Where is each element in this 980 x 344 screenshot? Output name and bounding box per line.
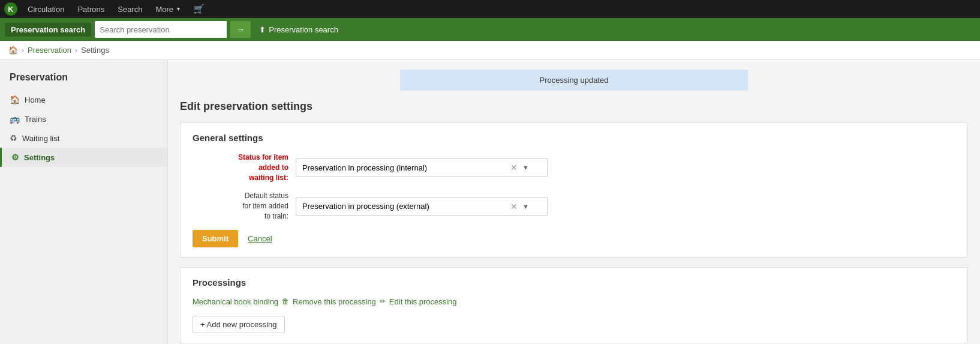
sidebar-title: Preservation xyxy=(0,68,167,90)
svg-text:K: K xyxy=(8,5,14,14)
cancel-button[interactable]: Cancel xyxy=(243,230,276,247)
status-waiting-select[interactable]: Preservation in processing (internal) ✕ … xyxy=(296,158,548,177)
edit-processing-link[interactable]: Edit this processing xyxy=(389,297,457,306)
status-train-select[interactable]: Preservation in processing (external) ✕ … xyxy=(296,198,548,216)
status-train-row: Default statusfor item addedto train: Pr… xyxy=(193,191,955,221)
alert-banner: Processing updated xyxy=(400,70,748,91)
status-waiting-arrow-icon[interactable]: ▼ xyxy=(520,164,529,171)
search-bar-label: Preservation search xyxy=(5,23,91,37)
breadcrumb-settings: Settings xyxy=(81,46,109,55)
sidebar-item-waiting-list[interactable]: ♻ Waiting list xyxy=(0,128,167,148)
search-submit-button[interactable]: → xyxy=(230,21,251,38)
breadcrumb: 🏠 › Preservation › Settings xyxy=(0,41,980,60)
add-processing-button[interactable]: + Add new processing xyxy=(193,316,285,333)
nav-search[interactable]: Search xyxy=(112,2,148,16)
status-waiting-row: Status for itemadded towaiting list: Pre… xyxy=(193,152,955,183)
waiting-list-icon: ♻ xyxy=(10,133,17,143)
sidebar-item-home[interactable]: 🏠 Home xyxy=(0,90,167,109)
trains-icon: 🚌 xyxy=(10,114,20,124)
upload-icon: ⬆ xyxy=(259,25,266,34)
general-settings-section: General settings Status for itemadded to… xyxy=(180,122,968,258)
top-nav: K Circulation Patrons Search More ▼ 🛒 xyxy=(0,0,980,18)
processings-section: Processings Mechanical book binding 🗑 Re… xyxy=(180,267,968,343)
breadcrumb-preservation[interactable]: Preservation xyxy=(28,46,71,55)
status-train-select-wrapper: Preservation in processing (external) ✕ … xyxy=(296,198,548,216)
nav-more[interactable]: More ▼ xyxy=(149,2,187,16)
nav-patrons[interactable]: Patrons xyxy=(71,2,110,16)
status-waiting-clear-icon[interactable]: ✕ xyxy=(508,163,520,172)
status-train-label: Default statusfor item addedto train: xyxy=(193,191,288,221)
breadcrumb-sep-2: › xyxy=(75,46,77,55)
page-title: Edit preservation settings xyxy=(180,100,968,113)
processings-title: Processings xyxy=(193,277,955,288)
breadcrumb-sep-1: › xyxy=(22,46,24,55)
sidebar: Preservation 🏠 Home 🚌 Trains ♻ Waiting l… xyxy=(0,60,168,344)
trash-icon: 🗑 xyxy=(282,297,289,306)
home-icon: 🏠 xyxy=(10,95,20,104)
main-content: Processing updated Edit preservation set… xyxy=(168,60,980,344)
general-settings-title: General settings xyxy=(193,133,955,143)
submit-button[interactable]: Submit xyxy=(193,230,238,247)
home-icon[interactable]: 🏠 xyxy=(8,46,18,55)
preservation-search-link[interactable]: ⬆ Preservation search xyxy=(254,23,343,37)
processing-name-0: Mechanical book binding xyxy=(193,297,278,306)
status-train-arrow-icon[interactable]: ▼ xyxy=(520,203,529,210)
edit-icon: ✏ xyxy=(380,297,386,306)
settings-icon: ⚙ xyxy=(11,152,19,162)
processing-item-0: Mechanical book binding 🗑 Remove this pr… xyxy=(193,297,955,306)
more-dropdown-arrow: ▼ xyxy=(176,6,181,12)
main-layout: Preservation 🏠 Home 🚌 Trains ♻ Waiting l… xyxy=(0,60,980,344)
remove-processing-link[interactable]: Remove this processing xyxy=(293,297,376,306)
status-train-clear-icon[interactable]: ✕ xyxy=(508,202,520,211)
sidebar-item-settings[interactable]: ⚙ Settings xyxy=(0,148,167,167)
status-waiting-label: Status for itemadded towaiting list: xyxy=(193,152,288,183)
search-bar: Preservation search → ⬆ Preservation sea… xyxy=(0,18,980,41)
search-input[interactable] xyxy=(95,21,227,38)
nav-circulation[interactable]: Circulation xyxy=(22,2,70,16)
sidebar-item-trains[interactable]: 🚌 Trains xyxy=(0,109,167,128)
cart-icon[interactable]: 🛒 xyxy=(188,1,209,17)
form-buttons: Submit Cancel xyxy=(193,230,955,247)
logo[interactable]: K xyxy=(4,2,18,16)
status-waiting-select-wrapper: Preservation in processing (internal) ✕ … xyxy=(296,158,548,177)
